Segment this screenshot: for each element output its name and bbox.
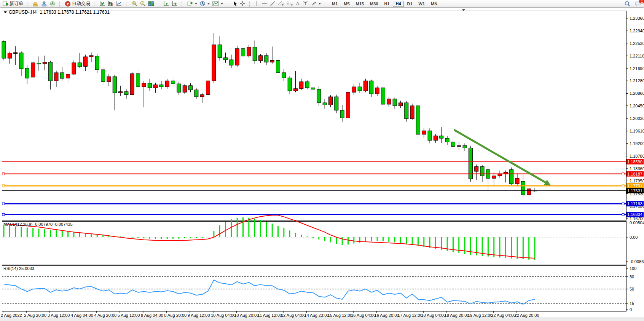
chart-dropdown-icon[interactable] xyxy=(4,11,7,13)
candle-body xyxy=(305,82,309,88)
toolbar-separator xyxy=(59,1,62,6)
notifications-button[interactable]: 1 xyxy=(634,0,642,7)
time-tick-label: 4 Aug 04:00 xyxy=(71,313,93,318)
search-button[interactable] xyxy=(623,0,631,7)
auto-scroll-button[interactable] xyxy=(162,0,171,7)
chart-window[interactable]: 1.233601.229401.225301.221101.216901.212… xyxy=(0,8,644,321)
candle-body xyxy=(247,47,251,56)
candle-body xyxy=(107,77,111,81)
crosshair-icon xyxy=(240,1,245,6)
candle-body xyxy=(60,73,64,78)
scroll-group xyxy=(161,0,180,7)
fibonacci-button[interactable]: F xyxy=(285,0,294,7)
timeframe-group: M1M5M15M30H1H4D1W1MN xyxy=(328,0,442,7)
zoom-out-button[interactable] xyxy=(139,0,147,7)
timeframe-m15[interactable]: M15 xyxy=(353,1,367,7)
timeframe-d1[interactable]: D1 xyxy=(405,1,415,7)
text-label-button[interactable]: T xyxy=(301,0,310,7)
candle-body xyxy=(72,63,76,74)
level-handle[interactable] xyxy=(622,203,624,205)
svg-text:A: A xyxy=(296,1,299,6)
candle-body xyxy=(183,86,187,92)
timeframe-m1[interactable]: M1 xyxy=(329,1,340,7)
timeframe-mn[interactable]: MN xyxy=(428,1,440,7)
candle-body xyxy=(323,103,327,105)
time-tick-label: 15 Aug 12:00 xyxy=(328,313,352,318)
candle-body xyxy=(440,136,443,138)
price-tick-label: 1.22940 xyxy=(630,29,644,33)
level-handle[interactable] xyxy=(2,203,5,205)
candle-body xyxy=(37,63,41,64)
price-tick-label: 1.19200 xyxy=(630,141,644,146)
time-axis[interactable]: 2 Aug 20222 Aug 20:003 Aug 12:004 Aug 04… xyxy=(1,311,539,318)
candle-body xyxy=(457,145,461,146)
candle-body xyxy=(311,88,315,89)
level-handle[interactable] xyxy=(2,173,5,175)
level-handle[interactable] xyxy=(622,185,624,187)
arrows-button[interactable] xyxy=(310,0,322,7)
candle-body xyxy=(445,138,449,142)
candle-body xyxy=(212,45,216,81)
level-handle[interactable] xyxy=(622,213,624,216)
label-icon: T xyxy=(303,1,309,6)
periods-button[interactable] xyxy=(198,0,211,7)
vertical-line-button[interactable] xyxy=(253,0,260,7)
timeframe-h1[interactable]: H1 xyxy=(381,1,392,7)
indicators-button[interactable] xyxy=(186,0,198,7)
templates-button[interactable] xyxy=(211,0,224,7)
horizontal-line-button[interactable] xyxy=(260,0,269,7)
candle-body xyxy=(475,166,478,171)
candle-body xyxy=(19,53,23,69)
line-chart-button[interactable] xyxy=(115,0,123,7)
candle-body xyxy=(142,83,146,87)
main-pane[interactable] xyxy=(2,11,626,220)
text-button[interactable]: A xyxy=(294,0,301,7)
chart-canvas[interactable]: 1.233601.229401.225301.221101.216901.212… xyxy=(0,8,644,321)
auto-trading-button[interactable]: 自动交易 xyxy=(64,0,91,7)
candle-body xyxy=(328,97,332,105)
candle-body xyxy=(31,63,35,77)
crosshair-button[interactable] xyxy=(239,0,247,7)
timeframe-w1[interactable]: W1 xyxy=(416,1,428,7)
level-handle[interactable] xyxy=(2,213,5,216)
signals-button[interactable] xyxy=(48,0,57,7)
candle-body xyxy=(136,73,140,87)
timeframe-m30[interactable]: M30 xyxy=(367,1,381,7)
dropdown-caret xyxy=(207,3,210,5)
price-tick-label: 1.19610 xyxy=(630,129,644,133)
text-icon: A xyxy=(295,1,300,6)
candle-body xyxy=(259,56,263,61)
time-tick-label: 5 Aug 12:00 xyxy=(118,313,140,318)
macd-label: MACD(12,26,9) -0.007970 -0.007435 xyxy=(3,222,73,227)
new-order-button[interactable]: 新订单 xyxy=(1,0,24,7)
timeframe-h4[interactable]: H4 xyxy=(393,1,403,7)
autotrade-group: 自动交易 xyxy=(62,0,92,7)
macd-values: -0.007970 -0.007435 xyxy=(33,222,72,227)
cursor-arrow-icon xyxy=(232,1,238,6)
toolbar-separator xyxy=(94,1,96,6)
cursor-button[interactable] xyxy=(231,0,239,7)
macd-tick-label: 0.00 xyxy=(630,235,638,240)
candle-body xyxy=(230,60,233,65)
bar-chart-button[interactable] xyxy=(98,0,107,7)
equidistant-channel-button[interactable]: E xyxy=(277,0,285,7)
level-handle[interactable] xyxy=(622,173,624,175)
candle-body xyxy=(224,57,228,60)
timeframe-m5[interactable]: M5 xyxy=(341,1,352,7)
candle-body xyxy=(148,83,151,88)
candle-body xyxy=(194,90,198,97)
trendline-button[interactable] xyxy=(269,0,277,7)
candle-body xyxy=(101,70,105,82)
chart-shift-button[interactable] xyxy=(171,0,179,7)
dropdown-caret xyxy=(195,3,197,5)
candlestick-chart-button[interactable] xyxy=(107,0,115,7)
candle-body xyxy=(300,82,303,89)
tile-windows-button[interactable] xyxy=(147,0,155,7)
line-chart-icon xyxy=(116,1,122,6)
community-button[interactable] xyxy=(40,0,48,7)
level-handle[interactable] xyxy=(2,185,5,187)
time-tick-label: 8 Aug 04:00 xyxy=(141,313,163,318)
charts-profile-button[interactable] xyxy=(31,0,40,7)
zoom-in-button[interactable] xyxy=(130,0,139,7)
candle-body xyxy=(189,86,193,90)
